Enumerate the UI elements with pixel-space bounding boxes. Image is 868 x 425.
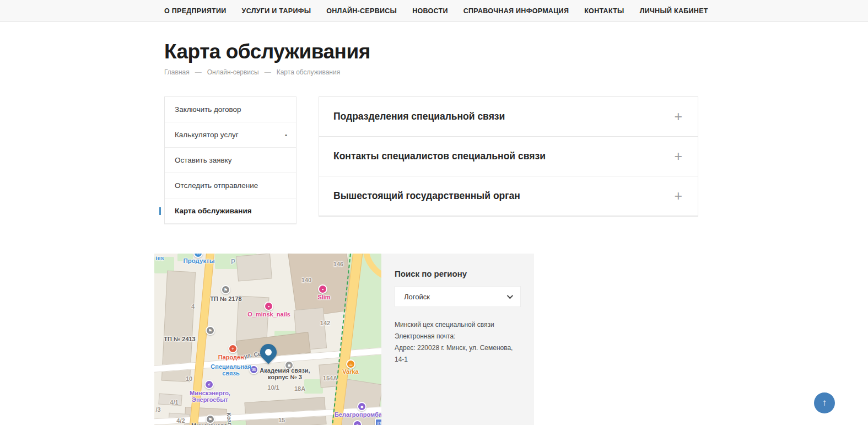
nav-item[interactable]: УСЛУГИ И ТАРИФЫ — [242, 7, 311, 15]
top-navigation: О ПРЕДПРИЯТИИ УСЛУГИ И ТАРИФЫ ОНЛАЙН-СЕР… — [0, 0, 868, 22]
accordion: Подразделения специальной связи + Контак… — [319, 96, 698, 217]
chevron-down-icon — [507, 293, 513, 299]
sidebar-item[interactable]: Калькулятор услуг - — [165, 122, 296, 148]
plus-icon[interactable]: + — [674, 189, 682, 203]
region-info-line: Минский цех специальной связи — [395, 319, 521, 331]
region-search-heading: Поиск по региону — [395, 269, 521, 278]
breadcrumb-item[interactable]: Карта обслуживания — [277, 68, 340, 76]
arrow-up-icon: ↑ — [822, 397, 827, 408]
map-label: 4 — [191, 303, 195, 310]
region-select-value: Логойск — [404, 293, 430, 301]
service-map-section: ⌂ ⚑ ⚑ ▪ ▪ + ✉ ■ ⚡ ☕ ■ ⚑ × 21 ies — [154, 254, 868, 425]
accordion-title: Вышестоящий государственный орган — [333, 190, 520, 202]
substation-flag-icon[interactable]: ⚑ — [206, 326, 215, 335]
map-label: O_minsk_nails — [247, 311, 290, 318]
beauty-salon-icon[interactable]: ▪ — [318, 284, 327, 294]
map-label: 4/1 — [170, 399, 178, 406]
map-label: 10/1 — [267, 384, 279, 391]
plus-icon[interactable]: + — [674, 110, 682, 123]
region-select[interactable]: Логойск — [395, 286, 521, 307]
sidebar-item[interactable]: Оставить заявку — [165, 148, 296, 173]
map-canvas[interactable]: ⌂ ⚑ ⚑ ▪ ▪ + ✉ ■ ⚡ ☕ ■ ⚑ × 21 ies — [154, 254, 381, 425]
map-label: Varka — [342, 368, 358, 375]
map-label: P — [231, 259, 235, 266]
top-navigation-items: О ПРЕДПРИЯТИИ УСЛУГИ И ТАРИФЫ ОНЛАЙН-СЕР… — [164, 0, 704, 21]
sidebar-item-label: Калькулятор услуг — [175, 131, 239, 139]
sidebar-item-label: Оставить заявку — [175, 156, 231, 164]
service-side-menu: Заключить договор Калькулятор услуг - Ос… — [164, 96, 296, 224]
map-label: ТП № 2413 — [164, 336, 195, 342]
sidebar-item-label: Отследить отправление — [175, 181, 258, 190]
sidebar-item[interactable]: Отследить отправление — [165, 173, 296, 198]
sidebar-item-label: Карта обслуживания — [175, 207, 252, 215]
map-label: Slim — [317, 294, 330, 300]
map-label: 10 — [186, 375, 192, 382]
breadcrumb-item[interactable]: Онлайн-сервисы — [207, 68, 259, 76]
breadcrumb-separator: — — [265, 68, 271, 76]
region-search-panel: Поиск по региону Логойск Минский цех спе… — [381, 254, 534, 425]
map-label: 142 — [320, 320, 330, 326]
map-label: 146 — [333, 261, 343, 267]
accordion-header[interactable]: Контакты специалистов специальной связи … — [319, 137, 698, 176]
energy-icon[interactable]: ⚡ — [204, 380, 214, 389]
sidebar-item-label: Заключить договор — [175, 105, 241, 114]
accordion-title: Контакты специалистов специальной связи — [333, 150, 546, 162]
map-label: /3 — [155, 406, 160, 413]
nav-item[interactable]: ОНЛАЙН-СЕРВИСЫ — [326, 7, 397, 15]
breadcrumb-separator: — — [195, 68, 202, 76]
page-title: Карта обслуживания — [164, 40, 698, 63]
map-label: Белагропромбанк — [335, 411, 381, 418]
breadcrumb-item[interactable]: Главная — [164, 68, 190, 76]
nav-item[interactable]: КОНТАКТЫ — [584, 7, 624, 15]
nav-item[interactable]: ЛИЧНЫЙ КАБИНЕТ — [640, 7, 708, 15]
map-label: Специальная связь — [211, 363, 251, 376]
plus-icon[interactable]: + — [674, 149, 682, 163]
map-building — [236, 254, 272, 282]
route-badge-icon[interactable]: 21 — [375, 418, 381, 425]
region-info-line: Адрес: 220028 г. Минск, ул. Семенова, 14… — [395, 342, 521, 365]
nav-item[interactable]: СПРАВОЧНАЯ ИНФОРМАЦИЯ — [463, 7, 569, 15]
nav-item[interactable]: НОВОСТИ — [412, 7, 448, 15]
region-info: Минский цех специальной связи Электронна… — [395, 319, 521, 365]
sidebar-item[interactable]: Карта обслуживания — [165, 198, 296, 224]
map-label: Пародент — [218, 354, 247, 361]
accordion-header[interactable]: Подразделения специальной связи + — [319, 97, 698, 137]
map-label: 140 — [301, 277, 311, 283]
region-info-line: Электронная почта: — [395, 331, 521, 342]
map-label: Минскэнерго, — [191, 422, 232, 425]
map-label: 154А — [323, 375, 337, 381]
accordion-header[interactable]: Вышестоящий государственный орган + — [319, 176, 698, 216]
dentist-icon[interactable]: + — [228, 344, 238, 353]
accordion-title: Подразделения специальной связи — [333, 111, 505, 122]
map-label: Академия связи, корпус № 3 — [260, 367, 310, 380]
sidebar-item-indicator: - — [285, 131, 287, 139]
bank-icon[interactable]: ■ — [357, 402, 366, 411]
sidebar-item[interactable]: Заключить договор — [165, 97, 296, 122]
map-label: ies — [155, 255, 164, 261]
scroll-to-top-button[interactable]: ↑ — [814, 392, 835, 413]
map-label: 15 — [278, 417, 285, 423]
substation-flag-icon[interactable]: ⚑ — [221, 285, 230, 294]
map-label: Козл — [225, 412, 233, 425]
map-label: ТП № 2178 — [210, 295, 241, 302]
map-label: Минскэнерго, Энергосбыт — [190, 390, 230, 403]
cafe-icon[interactable]: ☕ — [346, 359, 355, 369]
nails-salon-icon[interactable]: ▪ — [264, 302, 273, 311]
map-label: 4/2 — [176, 417, 185, 424]
map-label: 18А — [294, 385, 305, 392]
map-label: Продукты — [183, 257, 214, 265]
breadcrumb: Главная — Онлайн-сервисы — Карта обслужи… — [164, 68, 698, 76]
nav-item[interactable]: О ПРЕДПРИЯТИИ — [164, 7, 227, 15]
